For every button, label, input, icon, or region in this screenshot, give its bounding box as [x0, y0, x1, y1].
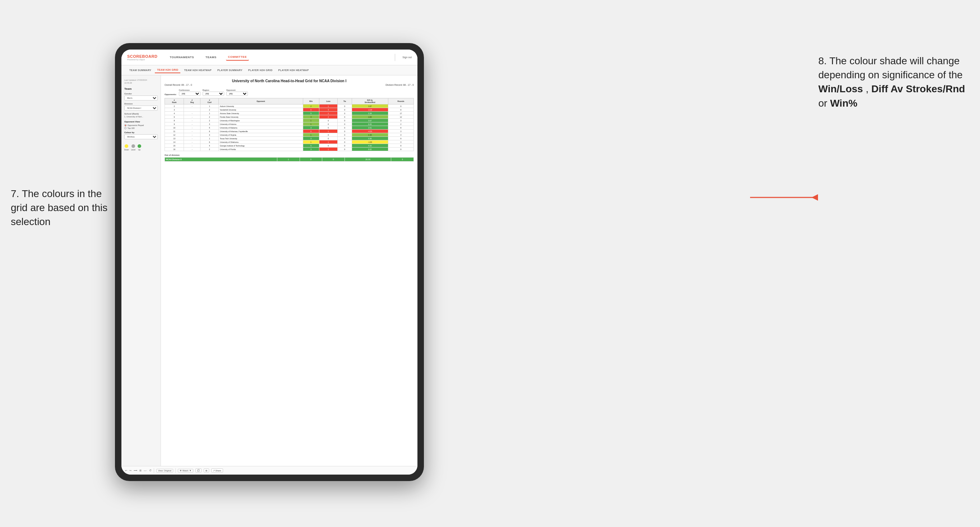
data-table: #Rank #Reg #Conf Opponent Win Loss Tie D… — [164, 98, 414, 151]
nav-teams[interactable]: TEAMS — [203, 54, 219, 60]
grid-title: University of North Carolina Head-to-Hea… — [164, 79, 414, 83]
cell-rounds: 3 — [388, 130, 414, 133]
cell-rank: 16 — [165, 148, 184, 151]
nav-committee[interactable]: COMMITTEE — [226, 54, 249, 61]
out-of-division-label: Out of division — [164, 154, 414, 156]
legend-row: Down Level Up — [124, 144, 158, 151]
main-content: Last Updated: 27/03/2024 16:55:38 Team G… — [121, 75, 417, 466]
filters-row: Opponents: Conference (All) Region (All) — [164, 89, 414, 96]
arrow-right-annotation — [746, 187, 818, 208]
cell-rounds: 9 — [388, 105, 414, 108]
cell-opponent: University of Arizona — [219, 122, 303, 126]
colour-by-label: Colour by — [124, 132, 158, 133]
cell-win: 0 — [303, 130, 319, 133]
nav-tournaments[interactable]: TOURNAMENTS — [167, 54, 196, 60]
annotation-left: 7. The colours in the grid are based on … — [11, 187, 111, 229]
legend-up: Up — [138, 144, 141, 151]
toolbar-sep — [154, 468, 154, 473]
watch-btn[interactable]: 👁 Watch ▼ — [178, 469, 193, 472]
annotation-right-mid1: , — [866, 83, 872, 94]
cell-diff: 4.50 — [352, 144, 388, 148]
sign-out[interactable]: Sign out — [402, 56, 412, 59]
forward-icon[interactable]: ⟶ — [134, 469, 137, 472]
cell-opponent: University of Alabama — [219, 126, 303, 130]
cell-rounds: 3 — [388, 119, 414, 122]
cell-diff: 1.67 — [352, 105, 388, 108]
view-original-btn[interactable]: View: Original — [156, 469, 173, 472]
logo-area: SCOREBOARD Powered by clippd — [127, 54, 158, 61]
cell-opponent: Vanderbilt University — [219, 108, 303, 112]
cell-reg: - — [184, 119, 200, 122]
sidebar-division-select[interactable]: NCAA Division I — [124, 106, 158, 111]
sidebar: Last Updated: 27/03/2024 16:55:38 Team G… — [121, 75, 161, 466]
colour-by-select[interactable]: Win/loss — [124, 134, 158, 139]
sidebar-division-label: Division — [124, 103, 158, 105]
cell-reg: - — [184, 130, 200, 133]
opponents-label: Opponents: — [164, 93, 177, 95]
cell-conf: 2 — [200, 148, 219, 151]
share-btn[interactable]: ↗ Share — [211, 468, 223, 472]
cell-loss: 0 — [319, 126, 338, 130]
cell-diff: 9.00 — [352, 122, 388, 126]
subnav-player-summary[interactable]: PLAYER SUMMARY — [215, 67, 245, 73]
subnav-team-h2h-heatmap[interactable]: TEAM H2H HEATMAP — [182, 67, 214, 73]
cell-tie: 0 — [338, 122, 352, 126]
cell-tie: 0 — [338, 112, 352, 115]
opponent-select[interactable]: (All) — [226, 92, 248, 96]
cell-conf: 6 — [200, 130, 219, 133]
cell-conf: 5 — [200, 126, 219, 130]
cell-reg: - — [184, 140, 200, 144]
table-header-row: #Rank #Reg #Conf Opponent Win Loss Tie D… — [165, 98, 414, 105]
subnav-player-h2h-heatmap[interactable]: PLAYER H2H HEATMAP — [276, 67, 311, 73]
out-div-name: NCAA Division II — [165, 157, 277, 162]
cell-loss: 1 — [319, 112, 338, 115]
cell-reg: - — [184, 126, 200, 130]
table-row: 10 - 5 University of Alabama 3 0 0 2.61 … — [165, 126, 414, 130]
cell-diff: 2.61 — [352, 126, 388, 130]
cell-rank: 12 — [165, 133, 184, 137]
cell-reg: - — [184, 137, 200, 140]
undo-icon[interactable]: ↩ — [125, 469, 127, 472]
sidebar-school-label: School (Rank) — [124, 113, 158, 115]
cell-rounds: 8 — [388, 108, 414, 112]
annotation-right-bold3: Win% — [830, 98, 858, 109]
cell-rank: 3 — [165, 108, 184, 112]
table-row: 13 - 1 Texas Tech University 3 0 0 5.56 … — [165, 137, 414, 140]
radio-group: Opponents Played Top 100 — [124, 124, 158, 129]
radio-opponents-played[interactable]: Opponents Played — [124, 124, 158, 126]
comment-btn[interactable]: 💬 — [196, 468, 202, 472]
radio-top100[interactable]: Top 100 — [124, 127, 158, 129]
cell-loss: 2 — [319, 115, 338, 119]
annotation-right-mid2: or — [818, 98, 830, 109]
cell-diff: 2.28 — [352, 112, 388, 115]
sub-nav: TEAM SUMMARY TEAM H2H GRID TEAM H2H HEAT… — [121, 65, 417, 75]
division-record: Division Record: 88 - 17 - 0 — [385, 84, 414, 86]
subnav-team-summary[interactable]: TEAM SUMMARY — [127, 67, 153, 73]
dash-icon[interactable]: —· — [144, 469, 147, 472]
clock-icon[interactable]: ⏱ — [149, 469, 151, 472]
subnav-team-h2h-grid[interactable]: TEAM H2H GRID — [155, 67, 180, 73]
grid-icon-btn[interactable]: ⊞ — [204, 468, 209, 472]
table-row: 16 - 2 University of Florida 3 1 0 6.62 … — [165, 148, 414, 151]
region-select[interactable]: (All) — [203, 92, 224, 96]
cell-diff: -1.00 — [352, 140, 388, 144]
redo-icon[interactable]: ↪ — [129, 469, 132, 472]
subnav-player-h2h-grid[interactable]: PLAYER H2H GRID — [246, 67, 275, 73]
table-row: 8 - 2 University of Washington 1 0 0 3.6… — [165, 119, 414, 122]
cell-rounds: 12 — [388, 115, 414, 119]
col-rank: #Rank — [165, 98, 184, 105]
table-row: 11 - 6 University of Arkansas, Fayettevi… — [165, 130, 414, 133]
out-div-loss: 0 — [300, 157, 322, 162]
cell-tie: 0 — [338, 119, 352, 122]
conference-select[interactable]: (All) — [179, 92, 200, 96]
cell-conf: 3 — [200, 133, 219, 137]
cell-win: 1 — [303, 122, 319, 126]
cell-tie: 0 — [338, 148, 352, 151]
copy-icon[interactable]: ⊞ — [139, 469, 142, 472]
grid-icon: ⊞ — [205, 469, 207, 472]
out-div-rounds: 3 — [391, 157, 414, 162]
table-row: 2 - 1 Auburn University 2 1 0 1.67 9 — [165, 105, 414, 108]
sidebar-gender-select[interactable]: Men's — [124, 95, 158, 100]
cell-opponent: Texas Tech University — [219, 137, 303, 140]
cell-opponent: University of Oklahoma — [219, 140, 303, 144]
